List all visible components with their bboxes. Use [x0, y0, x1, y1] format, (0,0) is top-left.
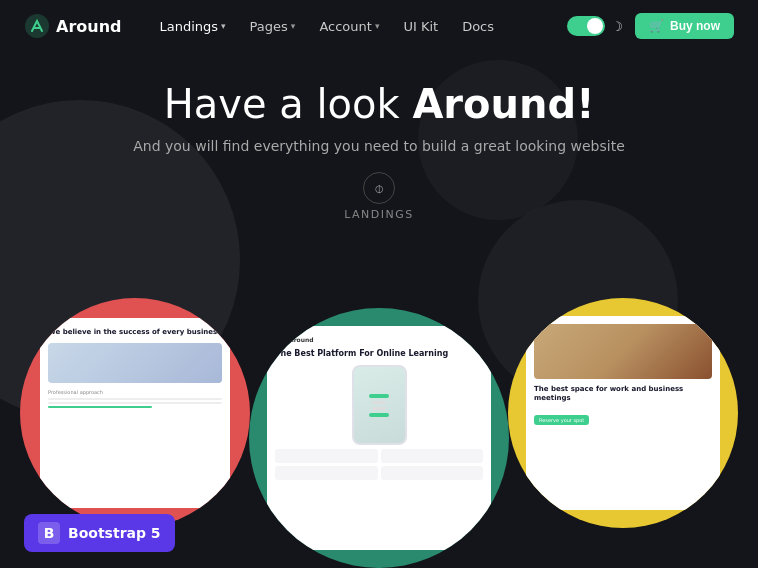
card-workspace[interactable]: The best space for work and business mee…: [508, 298, 738, 528]
card-learning[interactable]: Around The Best Platform For Online Lear…: [249, 308, 509, 568]
card-workspace-image: [534, 324, 712, 379]
around-logo-icon: [24, 13, 50, 39]
nav-logo[interactable]: Around: [24, 13, 122, 39]
around-dot: [275, 334, 285, 344]
cart-icon: 🛒: [649, 19, 664, 33]
landings-label: Landings: [344, 208, 414, 221]
card-business-image: [48, 343, 222, 383]
nav-link-pages[interactable]: Pages ▾: [240, 15, 306, 38]
card-business[interactable]: We believe in the success of every busin…: [20, 298, 250, 528]
chevron-icon: ▾: [221, 21, 226, 31]
hero-title: Have a look Around!: [20, 80, 738, 128]
card-learning-content: Around The Best Platform For Online Lear…: [267, 326, 491, 550]
moon-icon: ☽: [611, 19, 623, 34]
buy-now-button[interactable]: 🛒 Buy now: [635, 13, 734, 39]
hero-subtitle: And you will find everything you need to…: [20, 138, 738, 154]
nav-right: ☽ 🛒 Buy now: [567, 13, 734, 39]
card-workspace-content: The best space for work and business mee…: [526, 316, 720, 510]
bootstrap-label: Bootstrap 5: [68, 525, 161, 541]
chevron-icon: ▾: [375, 21, 380, 31]
dark-mode-toggle[interactable]: [567, 16, 605, 36]
mouse-icon: ⌽: [363, 172, 395, 204]
nav-link-uikit[interactable]: UI Kit: [393, 15, 448, 38]
nav-logo-text: Around: [56, 17, 122, 36]
phone-mockup: [352, 365, 407, 445]
landings-badge: ⌽ Landings: [344, 172, 414, 221]
bootstrap-badge: B Bootstrap 5: [24, 514, 175, 552]
nav-link-landings[interactable]: Landings ▾: [150, 15, 236, 38]
card-learning-grid: [275, 449, 483, 480]
hero-section: Have a look Around! And you will find ev…: [0, 52, 758, 237]
theme-toggle-wrap: ☽: [567, 16, 623, 36]
card-mini-label: Professional approach: [48, 389, 222, 395]
card-business-content: We believe in the success of every busin…: [40, 318, 230, 508]
svg-point-0: [25, 14, 49, 38]
nav-links: Landings ▾ Pages ▾ Account ▾ UI Kit Docs: [150, 15, 568, 38]
nav-link-docs[interactable]: Docs: [452, 15, 504, 38]
bootstrap-icon: B: [38, 522, 60, 544]
chevron-icon: ▾: [291, 21, 296, 31]
card-learning-header: Around: [275, 334, 483, 344]
navbar: Around Landings ▾ Pages ▾ Account ▾ UI K…: [0, 0, 758, 52]
nav-link-account[interactable]: Account ▾: [309, 15, 389, 38]
card-workspace-cta[interactable]: Reserve your spot: [534, 415, 589, 425]
